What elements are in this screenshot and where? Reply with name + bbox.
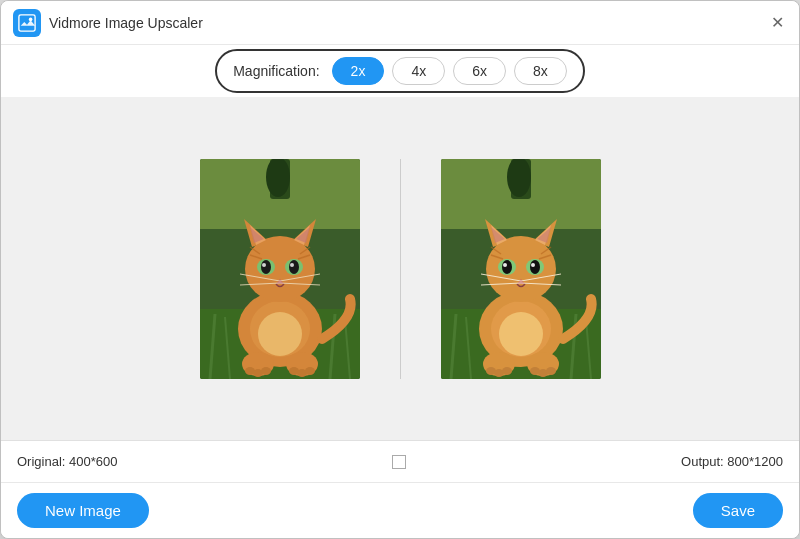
svg-point-71 (503, 263, 507, 267)
window-title: Vidmore Image Upscaler (49, 15, 203, 31)
save-button[interactable]: Save (693, 493, 783, 528)
output-image-panel (441, 159, 601, 379)
svg-point-69 (502, 260, 512, 274)
svg-point-27 (261, 260, 271, 274)
mag-button-4x[interactable]: 4x (392, 57, 445, 85)
compare-checkbox[interactable] (392, 455, 406, 469)
original-image-panel (200, 159, 360, 379)
mag-button-8x[interactable]: 8x (514, 57, 567, 85)
svg-point-14 (245, 236, 315, 302)
svg-point-0 (29, 17, 33, 21)
original-size-label: Original: 400*600 (17, 454, 117, 469)
original-image (200, 159, 360, 379)
svg-point-72 (531, 263, 535, 267)
app-logo-icon (18, 14, 36, 32)
magnification-group: Magnification: 2x 4x 6x 8x (215, 49, 585, 93)
title-left: Vidmore Image Upscaler (13, 9, 203, 37)
mag-button-6x[interactable]: 6x (453, 57, 506, 85)
main-area (1, 97, 799, 440)
original-cat-svg (200, 159, 360, 379)
svg-point-28 (289, 260, 299, 274)
svg-point-85 (546, 367, 556, 375)
magnification-bar: Magnification: 2x 4x 6x 8x (1, 45, 799, 97)
close-button[interactable]: ✕ (767, 13, 787, 33)
svg-point-56 (486, 236, 556, 302)
svg-point-13 (258, 312, 302, 356)
mag-button-2x[interactable]: 2x (332, 57, 385, 85)
info-bar: Original: 400*600 Output: 800*1200 (1, 440, 799, 482)
magnification-label: Magnification: (233, 63, 319, 79)
svg-point-30 (290, 263, 294, 267)
svg-point-55 (499, 312, 543, 356)
footer: New Image Save (1, 482, 799, 538)
new-image-button[interactable]: New Image (17, 493, 149, 528)
svg-point-82 (502, 367, 512, 375)
svg-point-29 (262, 263, 266, 267)
output-cat-svg (441, 159, 601, 379)
app-icon (13, 9, 41, 37)
svg-point-43 (305, 367, 315, 375)
app-window: Vidmore Image Upscaler ✕ Magnification: … (0, 0, 800, 539)
output-size-label: Output: 800*1200 (681, 454, 783, 469)
title-bar: Vidmore Image Upscaler ✕ (1, 1, 799, 45)
svg-point-70 (530, 260, 540, 274)
image-divider (400, 159, 401, 379)
svg-point-40 (261, 367, 271, 375)
output-image (441, 159, 601, 379)
